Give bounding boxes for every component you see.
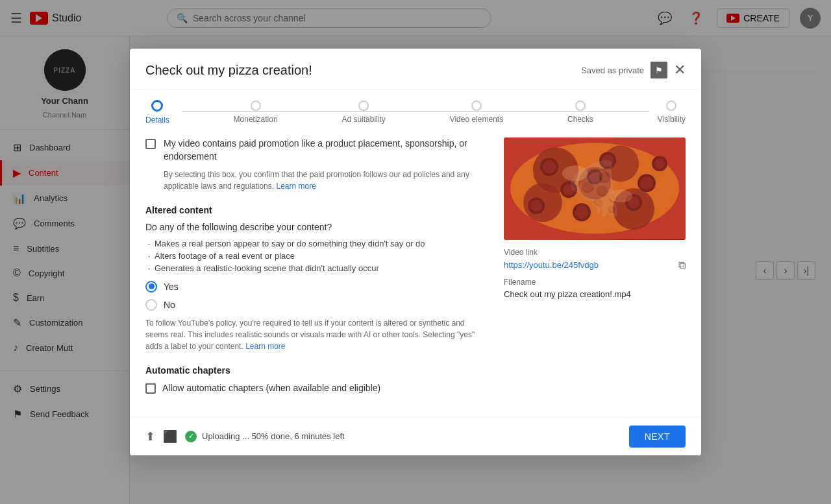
step-dot-ad-suitability <box>358 101 369 111</box>
step-label-monetization: Monetization <box>234 115 278 124</box>
upload-status-text: Uploading ... 50% done, 6 minutes left <box>202 431 345 441</box>
paid-promo-section: My video contains paid promotion like a … <box>145 138 488 191</box>
auto-chapters-row: Allow automatic chapters (when available… <box>145 382 488 394</box>
auto-chapters-label: Allow automatic chapters (when available… <box>162 383 380 393</box>
paid-promo-label: My video contains paid promotion like a … <box>164 138 488 163</box>
bullet-item: Alters footage of a real event or place <box>148 251 488 261</box>
svg-point-8 <box>543 161 556 174</box>
svg-point-24 <box>654 159 665 169</box>
captions-icon[interactable]: ⬛ <box>163 429 177 444</box>
radio-no-option[interactable]: No <box>145 299 488 311</box>
filename-section: Filename Check out my pizza creation!.mp… <box>504 278 686 299</box>
radio-no-label: No <box>164 300 175 310</box>
altered-content-subtitle: Do any of the following describe your co… <box>145 222 488 232</box>
svg-point-22 <box>563 184 575 196</box>
step-dot-video-elements <box>471 101 482 111</box>
close-button[interactable]: ✕ <box>674 63 686 77</box>
step-monetization[interactable]: Monetization <box>234 101 278 124</box>
radio-no-button[interactable] <box>145 299 157 311</box>
altered-content-section: Altered content Do any of the following … <box>145 205 488 352</box>
step-label-ad-suitability: Ad suitability <box>341 115 385 124</box>
altered-content-title: Altered content <box>145 205 488 215</box>
step-label-visibility: Visibility <box>658 115 686 124</box>
filename-value: Check out my pizza creation!.mp4 <box>504 289 686 299</box>
video-link-label: Video link <box>504 248 686 257</box>
step-dot-visibility <box>666 101 676 111</box>
filename-label: Filename <box>504 278 686 287</box>
step-label-video-elements: Video elements <box>450 115 504 124</box>
step-video-elements[interactable]: Video elements <box>450 101 504 124</box>
svg-point-10 <box>602 155 614 167</box>
svg-point-3 <box>602 146 639 182</box>
altered-content-learn-more-link[interactable]: Learn more <box>245 342 285 351</box>
radio-yes-button[interactable] <box>145 281 157 293</box>
paid-promo-description: By selecting this box, you confirm that … <box>164 169 488 192</box>
bullet-item: Makes a real person appear to say or do … <box>148 239 488 248</box>
radio-yes-option[interactable]: Yes <box>145 281 488 293</box>
step-visibility[interactable]: Visibility <box>658 101 686 124</box>
paid-promo-learn-more-link[interactable]: Learn more <box>276 182 316 191</box>
video-link-url[interactable]: https://youtu.be/245fvdgb <box>504 260 599 270</box>
bullet-item: Generates a realistic-looking scene that… <box>148 263 488 273</box>
auto-chapters-section: Automatic chapters Allow automatic chapt… <box>145 365 488 394</box>
auto-chapters-title: Automatic chapters <box>145 365 488 376</box>
stepper: Details Monetization Ad suitability Vide… <box>130 90 701 138</box>
modal-body: My video contains paid promotion like a … <box>130 138 701 416</box>
video-link-row: https://youtu.be/245fvdgb ⧉ <box>504 259 686 271</box>
modal-overlay: Check out my pizza creation! Saved as pr… <box>0 0 831 504</box>
step-dot-checks <box>575 101 586 111</box>
info-icon-button[interactable] <box>651 62 667 78</box>
upload-status: ✓ Uploading ... 50% done, 6 minutes left <box>185 431 345 442</box>
video-link-section: Video link https://youtu.be/245fvdgb ⧉ <box>504 248 686 271</box>
copy-icon[interactable]: ⧉ <box>678 259 686 271</box>
modal-right: Video link https://youtu.be/245fvdgb ⧉ F… <box>504 138 686 406</box>
pizza-svg <box>504 138 686 240</box>
upload-modal: Check out my pizza creation! Saved as pr… <box>130 49 701 455</box>
saved-label: Saved as private <box>581 66 644 75</box>
modal-footer: ⬆ ⬛ ✓ Uploading ... 50% done, 6 minutes … <box>130 417 701 455</box>
svg-point-26 <box>609 190 632 203</box>
next-button[interactable]: NEXT <box>629 426 686 448</box>
step-checks[interactable]: Checks <box>567 101 593 124</box>
step-details[interactable]: Details <box>145 100 169 125</box>
status-check-icon: ✓ <box>185 431 197 442</box>
paid-promo-row: My video contains paid promotion like a … <box>145 138 488 163</box>
paid-promo-checkbox[interactable] <box>145 139 156 149</box>
svg-point-25 <box>562 166 588 182</box>
modal-header-right: Saved as private ✕ <box>581 62 686 78</box>
svg-point-9 <box>599 152 616 169</box>
video-thumbnail <box>504 138 686 240</box>
svg-point-15 <box>573 204 591 222</box>
svg-point-20 <box>589 172 600 182</box>
svg-point-12 <box>640 177 653 190</box>
svg-point-19 <box>587 169 602 185</box>
modal-title: Check out my pizza creation! <box>145 63 312 78</box>
svg-point-6 <box>578 167 611 200</box>
altered-content-bullets: Makes a real person appear to say or do … <box>148 239 488 273</box>
radio-yes-label: Yes <box>164 282 179 292</box>
auto-chapters-checkbox[interactable] <box>145 383 156 394</box>
modal-header: Check out my pizza creation! Saved as pr… <box>130 49 701 90</box>
step-dot-details <box>151 100 163 112</box>
step-label-checks: Checks <box>567 115 593 124</box>
upload-icon[interactable]: ⬆ <box>145 429 155 444</box>
svg-point-14 <box>530 200 542 212</box>
thumbnail-image <box>504 138 686 240</box>
saved-badge: Saved as private <box>581 66 644 75</box>
svg-point-16 <box>575 206 588 219</box>
step-label-details: Details <box>145 115 169 125</box>
svg-point-21 <box>560 182 577 198</box>
policy-note: To follow YouTube's policy, you're requi… <box>145 317 488 352</box>
step-ad-suitability[interactable]: Ad suitability <box>341 101 385 124</box>
modal-left: My video contains paid promotion like a … <box>145 138 488 406</box>
step-dot-monetization <box>251 101 261 111</box>
footer-left: ⬆ ⬛ ✓ Uploading ... 50% done, 6 minutes … <box>145 429 345 444</box>
